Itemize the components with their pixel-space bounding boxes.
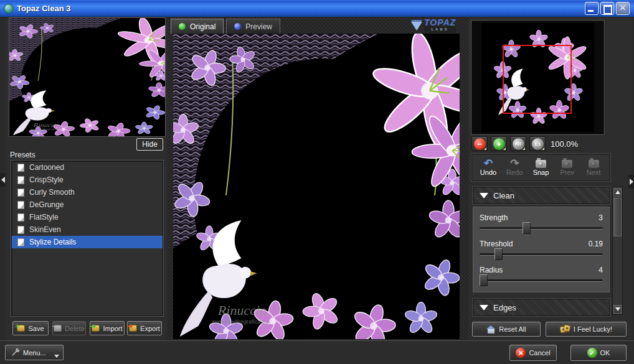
import-icon: ➜ — [92, 325, 100, 332]
preset-label: CrispStyle — [29, 175, 64, 184]
preset-item-flatstyle[interactable]: FlatStyle — [12, 211, 163, 223]
redo-icon: ↷ — [510, 159, 519, 169]
edges-title: Edges — [493, 303, 516, 312]
threshold-value: 0.19 — [589, 240, 603, 248]
radius-slider-track[interactable] — [480, 279, 603, 282]
minimize-button[interactable] — [585, 2, 599, 15]
main-preview-image[interactable] — [173, 34, 460, 339]
zoom-out-icon: − — [474, 138, 486, 150]
navigator-view-rectangle[interactable] — [503, 45, 571, 114]
clean-title: Clean — [493, 191, 514, 200]
delete-preset-button[interactable]: − Delete — [52, 321, 86, 335]
collapse-right-panel-arrow[interactable] — [628, 175, 634, 189]
threshold-slider-track[interactable] — [480, 253, 603, 256]
caret-down-icon — [54, 355, 59, 358]
menu-button[interactable]: Menu... — [5, 345, 64, 360]
export-label: Export — [140, 325, 160, 332]
logo-brand: TOPAZ — [424, 19, 456, 26]
clean-section-header[interactable]: Clean — [473, 187, 610, 204]
preset-item-crispstyle[interactable]: CrispStyle — [12, 174, 163, 186]
threshold-slider-handle[interactable] — [494, 248, 503, 260]
save-label: Save — [28, 325, 44, 332]
preset-item-stylize-details[interactable]: Stylize Details — [12, 236, 163, 248]
preset-item-degrunge[interactable]: DeGrunge — [12, 198, 163, 211]
close-button[interactable] — [616, 2, 630, 15]
preset-label: SkinEven — [29, 225, 61, 234]
preset-file-icon — [17, 201, 24, 209]
edges-section-header[interactable]: Edges — [473, 299, 610, 316]
presets-list: Cartooned CrispStyle Curly Smooth DeGrun… — [11, 161, 163, 316]
i-feel-lucky-button[interactable]: I Feel Lucky! — [546, 322, 627, 337]
redo-button[interactable]: ↷ Redo — [502, 156, 527, 179]
strength-value: 3 — [599, 213, 603, 222]
window-title: Topaz Clean 3 — [17, 4, 70, 13]
tab-original[interactable]: Original — [171, 19, 224, 34]
camera-next-icon — [589, 160, 599, 168]
house-icon — [486, 325, 496, 334]
export-icon: ➜ — [129, 325, 137, 332]
chevron-down-icon — [480, 305, 488, 310]
export-preset-button[interactable]: ➜ Export — [127, 321, 162, 335]
strength-slider-row: Strength 3 — [480, 213, 603, 238]
preset-item-curly-smooth[interactable]: Curly Smooth — [12, 186, 163, 198]
topaz-clean-window: Topaz Clean 3 Hide Presets Cartooned Cri… — [0, 0, 634, 364]
camera-icon — [536, 160, 546, 168]
fit-icon: FIT — [513, 138, 524, 150]
next-button[interactable]: Next — [581, 156, 606, 179]
prev-label: Prev — [560, 169, 574, 176]
zoom-actual-button[interactable]: 1:1 — [529, 136, 546, 151]
left-panel: Hide Presets Cartooned CrispStyle Curly … — [5, 17, 167, 340]
topaz-labs-logo: TOPAZ LABS — [411, 18, 465, 34]
preset-item-cartooned[interactable]: Cartooned — [12, 161, 163, 174]
ok-label: OK — [600, 349, 610, 357]
action-row: Reset All I Feel Lucky! — [468, 322, 632, 337]
snap-button[interactable]: Snap — [529, 156, 554, 179]
navigator-image[interactable] — [481, 23, 594, 133]
image-thumbnail — [9, 17, 166, 137]
zoom-in-icon: + — [493, 138, 505, 150]
zoom-out-button[interactable]: − — [471, 136, 488, 151]
zoom-fit-button[interactable]: FIT — [510, 136, 526, 151]
save-icon: + — [17, 325, 25, 332]
ok-button[interactable]: ✓ OK — [570, 345, 627, 361]
preset-label: DeGrunge — [29, 200, 64, 209]
preset-file-icon — [17, 189, 24, 197]
import-preset-button[interactable]: ➜ Import — [90, 321, 125, 335]
save-preset-button[interactable]: + Save — [12, 321, 49, 335]
scrollbar-thumb[interactable] — [613, 198, 622, 236]
strength-slider-handle[interactable] — [523, 222, 531, 234]
history-toolbar: ↶ Undo ↷ Redo Snap Prev Next — [471, 154, 610, 181]
strength-slider-track[interactable] — [480, 227, 603, 230]
settings-scrollbar[interactable] — [612, 187, 623, 315]
preset-label: Stylize Details — [29, 238, 76, 246]
cancel-button[interactable]: ✕ Cancel — [509, 345, 557, 361]
hide-button[interactable]: Hide — [136, 138, 163, 151]
cancel-x-icon: ✕ — [516, 348, 526, 358]
threshold-slider-row: Threshold 0.19 — [480, 240, 603, 264]
scroll-up-button[interactable] — [613, 188, 622, 197]
preset-file-icon — [17, 213, 24, 222]
logo-sub: LABS — [424, 26, 456, 33]
preset-file-icon — [17, 164, 24, 172]
tab-original-label: Original — [190, 22, 215, 31]
import-label: Import — [103, 325, 122, 332]
maximize-button[interactable] — [600, 2, 614, 15]
tab-preview-label: Preview — [245, 22, 272, 31]
preset-buttons-row: + Save − Delete ➜ Import ➜ Export — [5, 321, 167, 335]
radius-slider-handle[interactable] — [480, 274, 488, 286]
preset-label: FlatStyle — [29, 213, 59, 222]
tab-preview[interactable]: Preview — [226, 19, 280, 34]
zoom-in-button[interactable]: + — [491, 136, 507, 151]
preset-item-skineven[interactable]: SkinEven — [12, 223, 163, 236]
undo-button[interactable]: ↶ Undo — [476, 156, 501, 179]
original-led-icon — [179, 23, 186, 30]
cancel-label: Cancel — [529, 349, 550, 357]
prev-button[interactable]: Prev — [555, 156, 580, 179]
reset-all-button[interactable]: Reset All — [472, 322, 541, 337]
one-to-one-icon: 1:1 — [532, 138, 544, 150]
scroll-down-button[interactable] — [613, 305, 622, 314]
zoom-level: 100.0% — [551, 139, 578, 149]
collapse-left-panel-arrow[interactable] — [0, 173, 6, 187]
reset-all-label: Reset All — [499, 325, 526, 333]
camera-prev-icon — [562, 160, 572, 168]
